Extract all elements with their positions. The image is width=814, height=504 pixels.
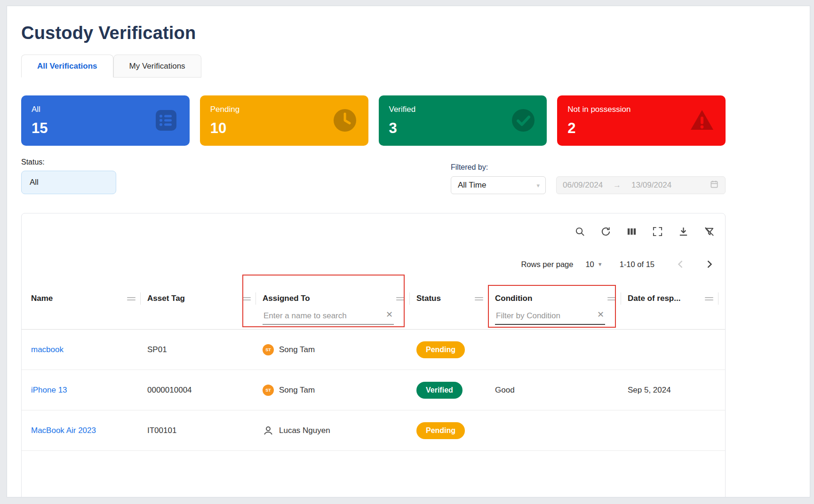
- tab-my-verifications[interactable]: My Verifications: [113, 55, 201, 78]
- download-icon[interactable]: [678, 226, 689, 237]
- column-header-asset-tag: Asset Tag: [147, 285, 263, 329]
- cell-assigned-to: ST Song Tam: [263, 385, 416, 396]
- column-separator[interactable]: [718, 292, 718, 305]
- status-filter-label: Status:: [21, 158, 116, 166]
- asset-name-link[interactable]: iPhone 13: [31, 386, 67, 394]
- cell-asset-tag: IT00101: [147, 426, 263, 435]
- stat-card[interactable]: Verified 3: [379, 95, 547, 146]
- table-toolbar: [22, 223, 725, 240]
- clock-icon: [332, 107, 359, 134]
- cell-status: Verified: [416, 382, 495, 399]
- drag-handle-icon[interactable]: [396, 296, 405, 302]
- list-icon: [153, 107, 180, 134]
- assigned-to-filter-input[interactable]: [263, 310, 394, 325]
- columns-icon[interactable]: [626, 226, 637, 237]
- table-row[interactable]: macbook SP01 ST Song Tam Pending: [22, 330, 725, 370]
- column-header-name: Name: [31, 285, 147, 329]
- pagination-bar: Rows per page 10 ▼ 1-10 of 15: [22, 256, 725, 273]
- status-select[interactable]: All: [21, 171, 116, 194]
- column-separator[interactable]: [255, 292, 256, 305]
- column-separator[interactable]: [409, 292, 410, 305]
- date-range-picker[interactable]: 06/09/2024 → 13/09/2024: [556, 176, 726, 194]
- check-circle-icon: [510, 107, 537, 134]
- stat-card[interactable]: Pending 10: [200, 95, 368, 146]
- fullscreen-icon[interactable]: [652, 226, 663, 237]
- column-header-condition: Condition ✕: [495, 285, 628, 329]
- time-range-select[interactable]: All Time ▾: [451, 176, 546, 194]
- filter-bar: Status: All Filtered by: All Time ▾ 06/0…: [21, 158, 726, 194]
- condition-filter-input[interactable]: [495, 310, 605, 325]
- status-filter-group: Status: All: [21, 158, 116, 194]
- assigned-to-filter: ✕: [263, 310, 394, 325]
- column-header-date: Date of resp...: [628, 285, 725, 329]
- rows-per-page-value: 10: [585, 260, 594, 269]
- caret-down-icon: ▼: [598, 261, 603, 267]
- column-label: Assigned To: [263, 294, 310, 303]
- column-label: Date of resp...: [628, 294, 680, 303]
- cell-name: iPhone 13: [31, 386, 147, 395]
- search-icon[interactable]: [575, 226, 585, 237]
- tab-label: All Verifications: [37, 62, 97, 71]
- assignee-avatar: ST: [263, 385, 274, 396]
- tab-all-verifications[interactable]: All Verifications: [21, 55, 113, 78]
- date-from: 06/09/2024: [563, 181, 603, 190]
- stat-cards: All 15 Pending 10: [21, 95, 726, 146]
- filter-off-icon[interactable]: [704, 226, 715, 237]
- assignee-name: Song Tam: [279, 386, 315, 395]
- drag-handle-icon[interactable]: [705, 296, 713, 302]
- chevron-down-icon: ▾: [536, 182, 540, 189]
- stat-card[interactable]: All 15: [21, 95, 190, 146]
- condition-filter: ✕: [495, 310, 605, 325]
- drag-handle-icon[interactable]: [242, 296, 251, 302]
- cell-asset-tag: SP01: [147, 345, 263, 354]
- cell-asset-tag: 0000010004: [147, 386, 263, 395]
- tab-label: My Verifications: [129, 62, 185, 71]
- cell-date: Sep 5, 2024: [628, 386, 725, 395]
- drag-handle-icon[interactable]: [475, 296, 483, 302]
- column-separator[interactable]: [488, 292, 488, 305]
- time-range-value: All Time: [458, 181, 486, 190]
- status-badge: Pending: [416, 422, 465, 439]
- drag-handle-icon[interactable]: [127, 296, 136, 302]
- rows-per-page-label: Rows per page: [521, 260, 573, 269]
- table-body: macbook SP01 ST Song Tam Pending iPhone …: [22, 330, 725, 451]
- assignee-avatar: ST: [263, 344, 274, 355]
- calendar-icon: [710, 180, 719, 191]
- filtered-by-label: Filtered by:: [451, 163, 726, 172]
- cell-condition: Good: [495, 386, 628, 395]
- tabs-bar: All Verifications My Verifications: [21, 55, 726, 78]
- cell-assigned-to: ST Song Tam: [263, 344, 416, 355]
- page-title: Custody Verification: [21, 23, 726, 43]
- column-separator[interactable]: [621, 292, 621, 305]
- assignee-name: Lucas Nguyen: [279, 426, 330, 435]
- refresh-icon[interactable]: [600, 226, 611, 237]
- table-row[interactable]: MacBook Air 2023 IT00101 Lucas Nguyen Pe…: [22, 410, 725, 451]
- asset-name-link[interactable]: MacBook Air 2023: [31, 426, 96, 435]
- column-header-assigned-to: Assigned To ✕: [263, 285, 416, 329]
- rows-per-page-select[interactable]: 10 ▼: [585, 260, 602, 269]
- clear-filter-icon[interactable]: ✕: [386, 310, 393, 319]
- app-window: Custody Verification All Verifications M…: [7, 6, 810, 497]
- assignee-name: Song Tam: [279, 345, 315, 354]
- status-badge: Pending: [416, 341, 465, 358]
- asset-name-link[interactable]: macbook: [31, 345, 64, 354]
- status-select-value: All: [30, 178, 39, 187]
- pagination-range: 1-10 of 15: [620, 260, 654, 269]
- table-row[interactable]: iPhone 13 0000010004 ST Song Tam Verifie…: [22, 370, 725, 410]
- time-filter-group: Filtered by: All Time ▾ 06/09/2024 → 13/…: [451, 163, 726, 194]
- column-label: Asset Tag: [147, 294, 185, 303]
- clear-filter-icon[interactable]: ✕: [597, 310, 604, 319]
- column-label: Name: [31, 294, 53, 303]
- status-badge: Verified: [416, 382, 463, 399]
- cell-status: Pending: [416, 341, 495, 358]
- stat-card[interactable]: Not in possession 2: [557, 95, 726, 146]
- next-page-icon[interactable]: [703, 259, 715, 270]
- column-separator[interactable]: [140, 292, 141, 305]
- cell-status: Pending: [416, 422, 495, 439]
- previous-page-icon[interactable]: [675, 259, 686, 270]
- cell-assigned-to: Lucas Nguyen: [263, 425, 416, 436]
- verification-table: Rows per page 10 ▼ 1-10 of 15 Name: [21, 213, 726, 497]
- cell-name: macbook: [31, 345, 147, 354]
- person-icon: [263, 425, 274, 436]
- drag-handle-icon[interactable]: [607, 296, 616, 302]
